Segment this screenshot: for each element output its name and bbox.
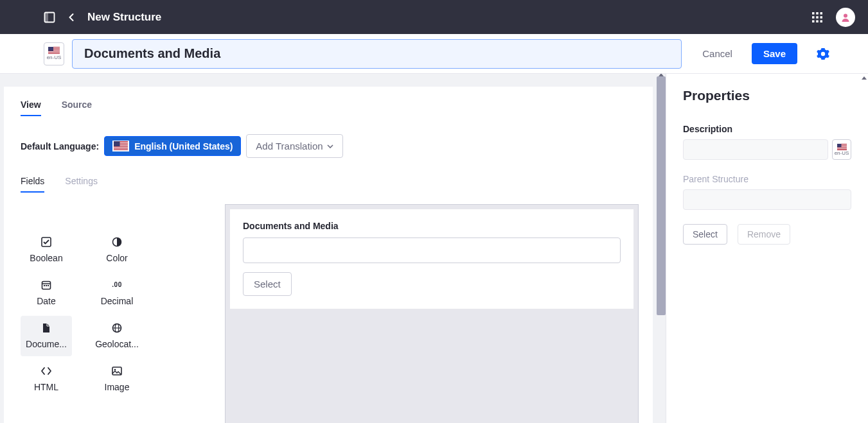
save-button[interactable]: Save	[752, 43, 797, 64]
svg-rect-46	[837, 144, 842, 147]
canvas-select-button[interactable]: Select	[243, 272, 292, 296]
code-icon	[40, 365, 52, 377]
back-icon[interactable]	[67, 13, 76, 22]
canvas-field-input[interactable]	[243, 237, 621, 263]
locale-code: en-US	[835, 150, 849, 156]
canvas-field-documents[interactable]: Documents and Media Select	[229, 209, 634, 309]
gear-icon[interactable]	[817, 47, 829, 60]
properties-panel: Properties Description en-US Parent Stru…	[666, 74, 868, 423]
default-language-selector[interactable]: English (United States)	[104, 136, 241, 156]
svg-rect-32	[44, 285, 45, 286]
canvas-field-label: Documents and Media	[243, 221, 621, 231]
description-row: en-US	[683, 139, 851, 160]
us-flag-icon	[48, 47, 60, 55]
svg-rect-26	[114, 150, 128, 151]
field-item-documents[interactable]: Docume...	[21, 316, 72, 356]
page-title: New Structure	[87, 11, 161, 24]
main-tabs: View Source	[21, 99, 636, 116]
description-input[interactable]	[683, 139, 828, 160]
main-area: View Source Default Language: English (U…	[0, 74, 868, 423]
field-label: Image	[105, 382, 130, 392]
svg-rect-10	[820, 20, 823, 22]
parent-remove-button[interactable]: Remove	[738, 224, 790, 245]
svg-rect-18	[48, 54, 60, 55]
parent-structure-buttons: Select Remove	[683, 224, 851, 245]
svg-rect-25	[114, 148, 128, 149]
field-item-geolocation[interactable]: Geolocat...	[91, 316, 143, 356]
field-label: Geolocat...	[95, 339, 139, 349]
apps-grid-icon[interactable]	[811, 12, 823, 23]
locale-code: en-US	[47, 55, 62, 60]
subtab-fields[interactable]: Fields	[21, 176, 44, 193]
us-flag-icon	[837, 144, 847, 150]
locale-selector[interactable]: en-US	[44, 42, 64, 65]
image-icon	[112, 365, 122, 377]
scrollbar-thumb[interactable]	[657, 76, 666, 315]
parent-structure-row	[683, 189, 851, 210]
svg-rect-7	[820, 16, 823, 19]
file-icon	[42, 322, 51, 334]
cancel-button[interactable]: Cancel	[702, 48, 732, 59]
field-label: Date	[37, 296, 56, 306]
tab-source[interactable]: Source	[62, 99, 92, 116]
svg-rect-16	[48, 51, 60, 52]
user-avatar[interactable]	[836, 8, 855, 27]
calendar-icon	[41, 279, 51, 291]
svg-rect-6	[816, 16, 819, 19]
field-label: Decimal	[101, 296, 134, 306]
description-label: Description	[683, 124, 851, 134]
field-label: Color	[106, 253, 127, 263]
svg-point-39	[114, 368, 116, 370]
svg-rect-34	[48, 285, 49, 286]
add-translation-button[interactable]: Add Translation	[246, 134, 342, 158]
field-item-html[interactable]: HTML	[21, 359, 72, 399]
panel-collapse-icon[interactable]	[44, 12, 55, 23]
svg-rect-19	[48, 47, 53, 51]
add-translation-label: Add Translation	[256, 141, 323, 151]
field-item-boolean[interactable]: Boolean	[21, 230, 72, 270]
field-label: Boolean	[30, 253, 62, 263]
fields-palette: Boolean Color Date .00 Deci	[21, 204, 162, 399]
description-locale-selector[interactable]: en-US	[832, 139, 851, 160]
field-item-image[interactable]: Image	[91, 359, 143, 399]
default-language-value: English (United States)	[134, 141, 233, 151]
builder-row: Boolean Color Date .00 Deci	[21, 204, 636, 423]
svg-rect-2	[812, 12, 815, 15]
svg-rect-17	[48, 53, 60, 53]
svg-rect-44	[837, 148, 847, 148]
field-label: Docume...	[26, 339, 67, 349]
us-flag-icon	[114, 141, 128, 151]
decimal-icon: .00	[112, 279, 121, 291]
topbar-left: New Structure	[44, 11, 161, 24]
svg-point-11	[844, 13, 847, 17]
parent-structure-label: Parent Structure	[683, 174, 851, 184]
field-item-color[interactable]: Color	[91, 230, 143, 270]
scroll-up-arrow-icon[interactable]	[862, 76, 867, 80]
field-item-date[interactable]: Date	[21, 273, 72, 313]
default-language-label: Default Language:	[21, 141, 99, 151]
name-bar: en-US Cancel Save	[0, 34, 868, 74]
svg-rect-45	[837, 148, 847, 149]
svg-rect-9	[816, 20, 819, 22]
structure-name-input[interactable]	[72, 39, 682, 69]
tab-view[interactable]: View	[21, 99, 41, 116]
parent-select-button[interactable]: Select	[683, 224, 727, 245]
form-canvas[interactable]: Documents and Media Select	[225, 204, 639, 423]
caret-down-icon	[327, 144, 333, 148]
properties-title: Properties	[683, 88, 851, 103]
field-label: HTML	[34, 382, 58, 392]
language-row: Default Language: English (United States…	[21, 134, 636, 158]
parent-structure-input[interactable]	[683, 189, 851, 210]
svg-rect-8	[812, 20, 815, 22]
editor-card: View Source Default Language: English (U…	[4, 87, 653, 423]
svg-rect-4	[820, 12, 823, 15]
subtab-settings[interactable]: Settings	[65, 176, 98, 193]
field-item-decimal[interactable]: .00 Decimal	[91, 273, 143, 313]
topbar-right	[811, 8, 855, 27]
svg-rect-3	[816, 12, 819, 15]
svg-rect-27	[114, 141, 120, 146]
builder-subtabs: Fields Settings	[21, 176, 636, 193]
svg-rect-33	[46, 285, 47, 286]
checkbox-icon	[41, 236, 51, 248]
svg-rect-5	[812, 16, 815, 19]
